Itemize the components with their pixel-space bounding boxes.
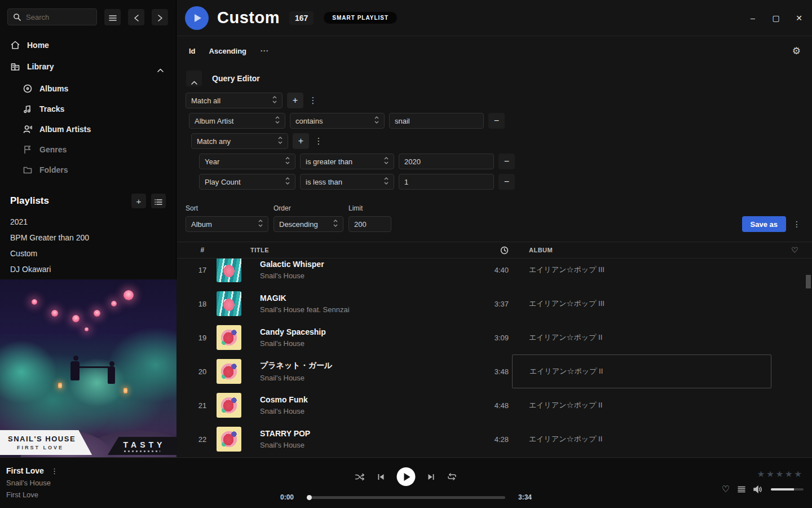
- play-pause-button[interactable]: [397, 467, 416, 486]
- track-artist[interactable]: Snail's House feat. Sennzai: [260, 305, 456, 314]
- track-artist[interactable]: Snail's House: [260, 374, 456, 382]
- volume-slider[interactable]: [771, 488, 804, 491]
- column-title[interactable]: TITLE: [250, 247, 456, 253]
- track-title[interactable]: Cosmo Funk: [260, 395, 456, 404]
- rule-field-select[interactable]: Album Artist: [189, 113, 285, 129]
- sidebar-item-home[interactable]: Home: [0, 34, 176, 56]
- next-button[interactable]: [427, 473, 435, 481]
- rating-stars[interactable]: ★★★★★: [757, 469, 804, 479]
- album-cell[interactable]: エイリアン☆ポップ III: [512, 287, 771, 321]
- queue-button[interactable]: [738, 486, 745, 493]
- now-playing-options-button[interactable]: ⋮: [51, 467, 58, 475]
- sidebar-item-genres[interactable]: Genres: [0, 139, 176, 160]
- save-options-button[interactable]: ⋮: [791, 216, 803, 232]
- rule-field-select[interactable]: Play Count: [199, 174, 295, 190]
- seek-knob[interactable]: [307, 495, 312, 500]
- maximize-button[interactable]: ▢: [772, 14, 780, 23]
- album-cell[interactable]: エイリアン☆ポップ III: [512, 259, 771, 287]
- star-icon[interactable]: ★: [766, 469, 775, 479]
- column-album[interactable]: ALBUM: [512, 247, 771, 253]
- settings-gear-icon[interactable]: ⚙: [792, 45, 801, 57]
- column-duration[interactable]: [456, 246, 512, 255]
- favorite-button[interactable]: ♡: [722, 484, 730, 494]
- sort-field-button[interactable]: Id: [189, 47, 196, 55]
- group-match-type-select[interactable]: Match any: [191, 133, 288, 149]
- track-artist[interactable]: Snail's House: [260, 339, 456, 348]
- track-title[interactable]: プラネット・ガール: [260, 361, 456, 371]
- track-title[interactable]: STARRY POP: [260, 429, 456, 438]
- track-artist[interactable]: Snail's House: [260, 407, 456, 415]
- play-playlist-button[interactable]: [185, 6, 209, 30]
- playlist-item[interactable]: DJ Okawari: [0, 261, 176, 277]
- group-options-button[interactable]: ⋮: [308, 93, 318, 108]
- table-row[interactable]: 20 プラネット・ガール Snail's House 3:48 エイリアン☆ポッ…: [177, 354, 812, 388]
- column-favorite[interactable]: ♡: [771, 246, 803, 255]
- sidebar-item-album-artists[interactable]: Album Artists: [0, 119, 176, 139]
- rule-value-input[interactable]: snail: [389, 113, 484, 129]
- table-row[interactable]: 18 MAGIK Snail's House feat. Sennzai 3:3…: [177, 287, 812, 321]
- track-title[interactable]: Candy Spaceship: [260, 327, 456, 336]
- now-playing-artist[interactable]: Snail's House: [6, 479, 58, 487]
- playlist-list-options-button[interactable]: [151, 194, 166, 208]
- star-icon[interactable]: ★: [757, 469, 766, 479]
- playlist-item[interactable]: 2021: [0, 214, 176, 230]
- rule-value-input[interactable]: 1: [399, 174, 494, 190]
- album-cell[interactable]: エイリアン☆ポップ II: [512, 354, 771, 388]
- album-cell[interactable]: エイリアン☆ポップ II: [512, 321, 771, 354]
- add-rule-button[interactable]: +: [287, 93, 303, 108]
- add-playlist-button[interactable]: +: [131, 194, 146, 208]
- match-type-select[interactable]: Match all: [186, 93, 283, 108]
- rule-operator-select[interactable]: contains: [290, 113, 385, 129]
- sidebar-item-folders[interactable]: Folders: [0, 160, 176, 180]
- save-as-button[interactable]: Save as: [742, 216, 786, 232]
- nav-forward-button[interactable]: [152, 9, 168, 25]
- table-row[interactable]: 21 Cosmo Funk Snail's House 4:48 エイリアン☆ポ…: [177, 388, 812, 422]
- playlist-item[interactable]: BPM Greater than 200: [0, 230, 176, 246]
- playlist-item[interactable]: Custom: [0, 246, 176, 261]
- star-icon[interactable]: ★: [776, 469, 785, 479]
- nav-back-button[interactable]: [128, 9, 144, 25]
- remove-rule-button[interactable]: −: [498, 154, 515, 169]
- seek-slider[interactable]: [307, 496, 505, 499]
- track-title[interactable]: Galactic Whisper: [260, 260, 456, 269]
- more-options-button[interactable]: ⋯: [260, 46, 269, 56]
- search-input[interactable]: [26, 13, 91, 21]
- rule-field-select[interactable]: Year: [199, 154, 295, 169]
- remove-rule-button[interactable]: −: [488, 113, 505, 129]
- now-playing-album-art[interactable]: SNAIL'S HOUSE FIRST LOVE TASTY: [0, 279, 176, 457]
- star-icon[interactable]: ★: [785, 469, 794, 479]
- sidebar-item-tracks[interactable]: Tracks: [0, 99, 176, 119]
- sort-select[interactable]: Album: [186, 216, 268, 232]
- search-box[interactable]: [7, 8, 97, 25]
- table-header[interactable]: # TITLE ALBUM ♡: [177, 242, 812, 259]
- table-row[interactable]: 17 Galactic Whisper Snail's House 4:40 エ…: [177, 259, 812, 287]
- previous-button[interactable]: [377, 473, 385, 481]
- rule-operator-select[interactable]: is greater than: [300, 154, 394, 169]
- sidebar-item-library[interactable]: Library: [0, 56, 176, 77]
- chevron-up-icon[interactable]: [157, 65, 164, 69]
- repeat-button[interactable]: [447, 472, 457, 481]
- order-select[interactable]: Descending: [273, 216, 343, 232]
- table-row[interactable]: 22 STARRY POP Snail's House 4:28 エイリアン☆ポ…: [177, 422, 812, 456]
- menu-button[interactable]: [104, 9, 121, 25]
- group-options-button[interactable]: ⋮: [314, 133, 324, 149]
- now-playing-title[interactable]: First Love: [6, 466, 44, 475]
- album-cell[interactable]: エイリアン☆ポップ II: [512, 422, 771, 456]
- track-title[interactable]: MAGIK: [260, 294, 456, 303]
- track-artist[interactable]: Snail's House: [260, 271, 456, 280]
- volume-icon[interactable]: [753, 485, 763, 493]
- rule-operator-select[interactable]: is less than: [300, 174, 394, 190]
- shuffle-button[interactable]: [355, 473, 365, 481]
- scrollbar-thumb[interactable]: [806, 275, 811, 288]
- minimize-button[interactable]: –: [749, 14, 757, 23]
- table-row[interactable]: 19 Candy Spaceship Snail's House 3:09 エイ…: [177, 321, 812, 354]
- add-rule-button[interactable]: +: [293, 133, 309, 149]
- rule-value-input[interactable]: 2020: [399, 154, 494, 169]
- star-icon[interactable]: ★: [795, 469, 804, 479]
- album-cell[interactable]: エイリアン☆ポップ II: [512, 388, 771, 422]
- close-button[interactable]: ✕: [795, 14, 803, 23]
- sort-direction-button[interactable]: Ascending: [209, 47, 246, 55]
- remove-rule-button[interactable]: −: [498, 174, 515, 190]
- now-playing-album[interactable]: First Love: [6, 491, 58, 499]
- track-artist[interactable]: Snail's House: [260, 441, 456, 449]
